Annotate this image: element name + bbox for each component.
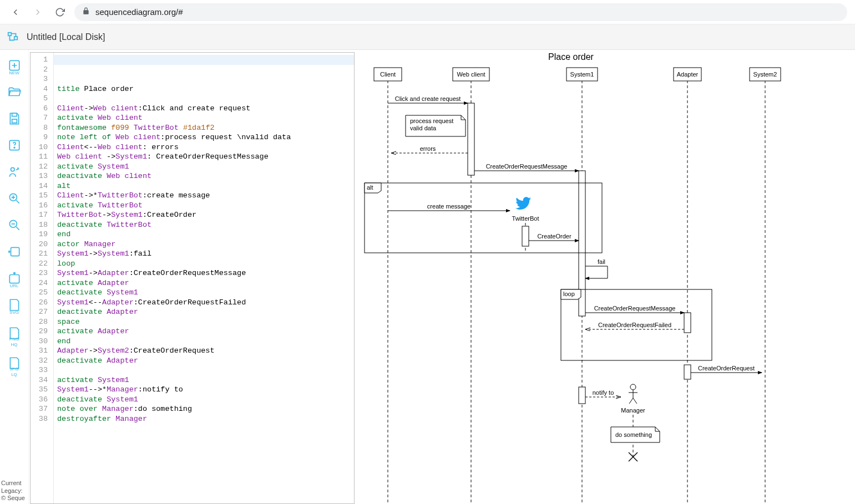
- png-sub-caption: HQ: [11, 342, 18, 347]
- url-bar[interactable]: sequencediagram.org/#: [74, 3, 847, 21]
- export-code-button[interactable]: [6, 243, 23, 261]
- diagram-title: Place order: [548, 52, 594, 62]
- code-line[interactable]: System1-->*Manager:notify to: [57, 385, 354, 395]
- url-caption: URL: [9, 283, 18, 288]
- code-line[interactable]: [57, 424, 354, 434]
- actor-icon: [629, 384, 638, 404]
- code-line[interactable]: [57, 434, 354, 444]
- code-line[interactable]: [57, 443, 354, 453]
- code-line[interactable]: end: [57, 230, 354, 240]
- code-line[interactable]: [57, 94, 354, 104]
- svg-rect-1: [14, 37, 18, 40]
- code-line[interactable]: Client->Web client:Click and create requ…: [57, 104, 354, 114]
- code-line[interactable]: activate System1: [57, 162, 354, 172]
- svg-point-6: [14, 147, 15, 148]
- export-png-button[interactable]: PNG HQ: [6, 323, 23, 344]
- code-line[interactable]: note over Manager:do something: [57, 404, 354, 414]
- svg-rect-11: [9, 275, 19, 283]
- editor-gutter: 1234567891011121314151617181920212223242…: [31, 53, 54, 503]
- svg-rect-34: [684, 313, 691, 333]
- share-button[interactable]: [6, 163, 23, 181]
- new-caption: NEW: [9, 70, 19, 75]
- msg-createorderrequest-2: CreateOrderRequestMessage: [594, 305, 676, 312]
- code-editor[interactable]: 1234567891011121314151617181920212223242…: [30, 52, 355, 504]
- code-line[interactable]: [57, 365, 354, 375]
- code-line[interactable]: activate Adapter: [57, 278, 354, 288]
- code-line[interactable]: actor Manager: [57, 240, 354, 250]
- svg-rect-0: [8, 32, 12, 35]
- save-button[interactable]: [6, 110, 23, 128]
- code-line[interactable]: deactivate System1: [57, 288, 354, 298]
- code-line[interactable]: activate Adapter: [57, 327, 354, 337]
- footer-line-3: © Seque: [1, 495, 27, 502]
- code-line[interactable]: deactivate Web client: [57, 171, 354, 181]
- code-line[interactable]: Client<--Web client: errors: [57, 142, 354, 152]
- forward-button[interactable]: [30, 4, 45, 20]
- reload-button[interactable]: [52, 4, 68, 20]
- svg-rect-30: [522, 226, 529, 246]
- code-line[interactable]: deactivate Adapter: [57, 356, 354, 366]
- code-line[interactable]: deactivate TwitterBot: [57, 220, 354, 230]
- svg-rect-10: [11, 247, 19, 256]
- code-line[interactable]: TwitterBot->System1:CreateOrder: [57, 210, 354, 220]
- code-line[interactable]: activate System1: [57, 375, 354, 385]
- msg-createorderrequest: CreateOrderRequestMessage: [486, 163, 568, 170]
- svg-line-44: [633, 398, 637, 404]
- code-line[interactable]: destroyafter Manager: [57, 414, 354, 424]
- lock-icon: [82, 7, 90, 17]
- sidebar-footer: Current Legacy: © Seque: [0, 477, 28, 504]
- note-do-something: do something: [615, 431, 652, 438]
- code-line[interactable]: System1->Adapter:CreateOrderRequestMessa…: [57, 268, 354, 278]
- msg-createorderrequest-3: CreateOrderRequest: [698, 365, 755, 371]
- app-logo-icon: [7, 31, 19, 43]
- code-line[interactable]: space: [57, 317, 354, 327]
- svg-point-7: [11, 167, 14, 171]
- participant-web-client: Web client: [457, 71, 485, 78]
- msg-create-message: create message: [427, 203, 470, 210]
- code-line[interactable]: Client->*TwitterBot:create message: [57, 191, 354, 201]
- sidebar: NEW URL SVG: [0, 50, 29, 504]
- code-line[interactable]: deactivate Adapter: [57, 307, 354, 317]
- open-button[interactable]: [6, 83, 23, 101]
- code-line[interactable]: alt: [57, 181, 354, 191]
- png-caption: PNG: [9, 337, 19, 342]
- twitter-icon: [515, 197, 531, 210]
- code-line[interactable]: deactivate System1: [57, 395, 354, 405]
- new-button[interactable]: NEW: [6, 57, 23, 74]
- code-line[interactable]: activate Web client: [57, 113, 354, 123]
- help-button[interactable]: [6, 136, 23, 154]
- app-header: Untitled [Local Disk]: [0, 24, 855, 50]
- code-line[interactable]: fontawesome f099 TwitterBot #1da1f2: [57, 123, 354, 133]
- diagram-preview[interactable]: Place order Client Web client System1 Ad…: [355, 50, 855, 504]
- zoom-in-button[interactable]: [6, 190, 23, 207]
- code-line[interactable]: title Place order: [57, 84, 354, 94]
- workspace: NEW URL SVG: [0, 50, 855, 504]
- code-line[interactable]: Adapter->System2:CreateOrderRequest: [57, 346, 354, 356]
- participant-adapter: Adapter: [677, 71, 699, 78]
- destroy-icon: [629, 452, 638, 461]
- export-jpg-button[interactable]: JPG LQ: [6, 353, 23, 374]
- url-text: sequencediagram.org/#: [95, 7, 183, 17]
- svg-line-43: [629, 398, 633, 404]
- export-svg-button[interactable]: SVG: [6, 296, 23, 314]
- svg-point-40: [630, 384, 636, 390]
- footer-line-1: Current: [1, 480, 27, 487]
- msg-fail: fail: [598, 258, 605, 265]
- zoom-out-button[interactable]: [6, 216, 23, 234]
- export-url-button[interactable]: URL: [6, 269, 23, 287]
- code-line[interactable]: end: [57, 337, 354, 347]
- fragment-loop-label: loop: [563, 291, 575, 297]
- editor-content[interactable]: title Place order Client->Web client:Cli…: [54, 53, 354, 503]
- participant-manager: Manager: [621, 407, 645, 414]
- code-line[interactable]: activate TwitterBot: [57, 201, 354, 211]
- fragment-alt-label: alt: [367, 184, 373, 191]
- code-line[interactable]: Web client ->System1: CreateOrderRequest…: [57, 152, 354, 162]
- code-line[interactable]: loop: [57, 259, 354, 269]
- code-line[interactable]: note left of Web client:process request …: [57, 133, 354, 142]
- participant-twitterbot: TwitterBot: [512, 215, 539, 222]
- svg-rect-27: [365, 183, 602, 253]
- code-line[interactable]: System1->System1:fail: [57, 249, 354, 259]
- document-title: Untitled [Local Disk]: [27, 32, 105, 42]
- code-line[interactable]: System1<--Adapter:CreateOrderRequestFail…: [57, 298, 354, 308]
- back-button[interactable]: [8, 4, 23, 20]
